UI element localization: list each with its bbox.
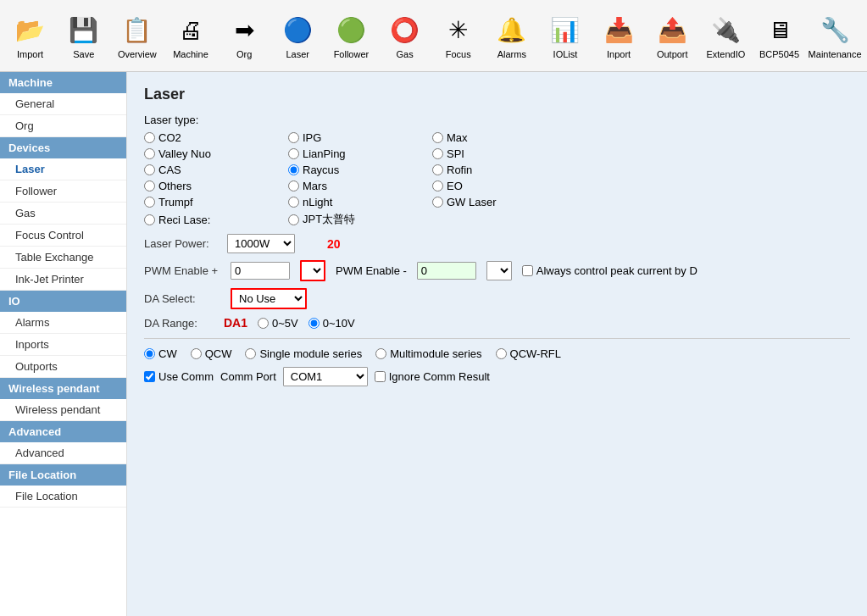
da-range-row: DA Range: DA1 0~5V 0~10V [144, 316, 850, 330]
toolbar-item-follower[interactable]: 🟢 Follower [325, 3, 378, 69]
sidebar-item-file-location[interactable]: File Location [0, 486, 126, 508]
sidebar-item-laser[interactable]: Laser [0, 158, 126, 180]
toolbar-item-laser[interactable]: 🔵 Laser [271, 3, 325, 69]
save-label: Save [73, 49, 94, 59]
mode-cw[interactable]: CW [144, 347, 177, 360]
sidebar-item-table-exchange[interactable]: Table Exchange [0, 247, 126, 269]
mode-qcw-label: QCW [205, 347, 232, 360]
radio-eo[interactable]: EO [432, 180, 576, 192]
sidebar-section-io[interactable]: IO [0, 291, 126, 312]
radio-max[interactable]: Max [432, 131, 576, 144]
comm-port-select[interactable]: COM1 COM2 COM3 COM4 [283, 367, 368, 386]
toolbar-item-machine[interactable]: 🖨 Machine [164, 3, 217, 69]
sidebar-item-inports[interactable]: Inports [0, 334, 126, 356]
toolbar-item-bcp5045[interactable]: 🖥 BCP5045 [753, 3, 806, 69]
always-control-checkbox[interactable] [522, 265, 533, 276]
maintenance-icon: 🔧 [817, 12, 853, 47]
org-icon: ➡ [226, 12, 262, 47]
radio-ipg[interactable]: IPG [288, 131, 432, 144]
radio-others[interactable]: Others [144, 180, 288, 192]
maintenance-label: Maintenance [809, 49, 862, 59]
radio-rofin[interactable]: Rofin [432, 164, 576, 176]
radio-jpt[interactable]: JPT太普特 [288, 212, 432, 227]
sidebar-item-inkjet[interactable]: Ink-Jet Printer [0, 269, 126, 291]
toolbar-item-inport[interactable]: 📥 Inport [592, 3, 646, 69]
toolbar-item-overview[interactable]: 📋 Overview [110, 3, 164, 69]
use-comm-checkbox[interactable] [144, 371, 155, 382]
org-label: Org [236, 49, 252, 59]
pwm-enable-plus-select[interactable] [300, 260, 325, 281]
sidebar-item-outports[interactable]: Outports [0, 356, 126, 378]
always-control-label: Always control peak current by D [536, 264, 697, 277]
pwm-enable-plus-label: PWM Enable + [144, 264, 220, 277]
radio-valley-nuo[interactable]: Valley Nuo [144, 147, 288, 160]
mode-row: CW QCW Single module series Multimodule … [144, 347, 850, 360]
radio-nlight[interactable]: nLight [288, 196, 432, 208]
use-comm-label[interactable]: Use Comm [144, 370, 214, 383]
toolbar-item-save[interactable]: 💾 Save [57, 3, 110, 69]
sidebar-item-focus[interactable]: Focus Control [0, 225, 126, 247]
radio-raycus[interactable]: Raycus [288, 164, 432, 176]
radio-cas[interactable]: CAS [144, 164, 288, 176]
radio-spi[interactable]: SPI [432, 147, 576, 160]
laser-power-label: Laser Power: [144, 237, 220, 250]
sidebar-item-advanced[interactable]: Advanced [0, 442, 126, 464]
laser-power-row: Laser Power: 1000W 500W 750W 1500W 2000W… [144, 234, 850, 253]
da-range-5v-label[interactable]: 0~5V [258, 317, 298, 330]
toolbar-item-focus[interactable]: ✳ Focus [431, 3, 485, 69]
laser-power-select[interactable]: 1000W 500W 750W 1500W 2000W 3000W [227, 234, 295, 253]
radio-trumpf[interactable]: Trumpf [144, 196, 288, 208]
radio-reci-lase[interactable]: Reci Lase: [144, 212, 288, 227]
radio-gw-laser[interactable]: GW Laser [432, 196, 576, 208]
radio-mars[interactable]: Mars [288, 180, 432, 192]
extendio-icon: 🔌 [708, 12, 743, 47]
sidebar-section-file-location[interactable]: File Location [0, 464, 126, 486]
toolbar-item-extendio[interactable]: 🔌 ExtendIO [699, 3, 753, 69]
overview-label: Overview [118, 49, 157, 59]
da-select-dropdown[interactable]: No Use DA1 DA2 [231, 288, 307, 309]
mode-qcw-rfl[interactable]: QCW-RFL [496, 347, 561, 360]
toolbar-item-maintenance[interactable]: 🔧 Maintenance [806, 3, 864, 69]
toolbar-item-outport[interactable]: 📤 Outport [646, 3, 699, 69]
toolbar-item-alarms[interactable]: 🔔 Alarms [485, 3, 538, 69]
radio-lianping[interactable]: LianPing [288, 147, 432, 160]
sidebar-section-wireless[interactable]: Wireless pendant [0, 378, 126, 399]
sidebar-item-org[interactable]: Org [0, 115, 126, 137]
sidebar-item-wireless-pendant[interactable]: Wireless pendant [0, 399, 126, 421]
da-select-row: DA Select: No Use DA1 DA2 [144, 288, 850, 309]
da-range-10v-label[interactable]: 0~10V [308, 317, 355, 330]
bcp5045-icon: 🖥 [762, 12, 798, 47]
sidebar-section-advanced[interactable]: Advanced [0, 421, 126, 442]
mode-single-label: Single module series [259, 347, 362, 360]
comm-port-label: Comm Port [220, 370, 276, 383]
sidebar-item-follower[interactable]: Follower [0, 180, 126, 203]
sidebar-section-machine[interactable]: Machine [0, 72, 126, 93]
import-label: Import [17, 49, 43, 59]
pwm-enable-plus-input[interactable] [231, 262, 290, 280]
mode-multi[interactable]: Multimodule series [375, 347, 481, 360]
comm-row: Use Comm Comm Port COM1 COM2 COM3 COM4 I… [144, 367, 850, 386]
machine-label: Machine [173, 49, 208, 59]
ignore-comm-checkbox[interactable] [375, 371, 386, 382]
pwm-enable-minus-input[interactable] [417, 262, 476, 280]
inport-label: Inport [607, 49, 631, 59]
toolbar-item-gas[interactable]: ⭕ Gas [378, 3, 431, 69]
pwm-enable-minus-select[interactable] [486, 261, 512, 280]
toolbar-item-iolist[interactable]: 📊 IOList [538, 3, 592, 69]
toolbar-item-import[interactable]: 📂 Import [3, 3, 57, 69]
pwm-enable-plus-row: PWM Enable + PWM Enable - Always control… [144, 260, 850, 281]
mode-single[interactable]: Single module series [245, 347, 362, 360]
focus-icon: ✳ [441, 12, 476, 47]
laser-form: Laser type: CO2 IPG Max Valle [144, 114, 850, 386]
gas-icon: ⭕ [387, 12, 423, 47]
mode-qcw[interactable]: QCW [191, 347, 232, 360]
sidebar-item-alarms[interactable]: Alarms [0, 312, 126, 334]
toolbar-item-org[interactable]: ➡ Org [218, 3, 271, 69]
sidebar-item-general[interactable]: General [0, 93, 126, 115]
always-control-checkbox-label[interactable]: Always control peak current by D [522, 264, 697, 277]
ignore-comm-label[interactable]: Ignore Comm Result [375, 370, 490, 383]
overview-icon: 📋 [119, 12, 155, 47]
sidebar-section-devices[interactable]: Devices [0, 137, 126, 158]
sidebar-item-gas[interactable]: Gas [0, 203, 126, 225]
radio-co2[interactable]: CO2 [144, 131, 288, 144]
